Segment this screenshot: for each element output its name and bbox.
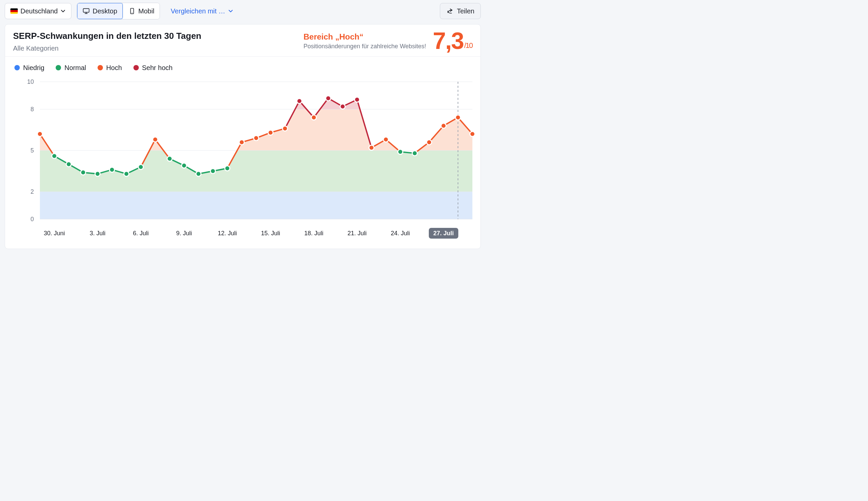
svg-text:5: 5 <box>31 147 34 154</box>
share-button[interactable]: Teilen <box>440 3 481 19</box>
panel-title: SERP-Schwankungen in den letzten 30 Tage… <box>13 31 201 42</box>
legend-item-normal[interactable]: Normal <box>56 64 86 72</box>
panel-header: SERP-Schwankungen in den letzten 30 Tage… <box>5 24 480 57</box>
device-desktop-button[interactable]: Desktop <box>77 3 123 19</box>
svg-point-67 <box>311 115 317 120</box>
svg-point-73 <box>398 149 403 154</box>
legend-item-low[interactable]: Niedrig <box>14 64 44 72</box>
svg-point-65 <box>283 126 288 131</box>
svg-point-2 <box>132 13 133 13</box>
svg-text:24. Juli: 24. Juli <box>391 230 410 237</box>
legend-item-veryhigh[interactable]: Sehr hoch <box>134 64 173 72</box>
svg-text:18. Juli: 18. Juli <box>304 230 323 237</box>
svg-point-62 <box>240 140 244 145</box>
svg-text:3. Juli: 3. Juli <box>89 230 105 237</box>
device-segment: Desktop Mobil <box>77 3 160 19</box>
desktop-icon <box>83 7 90 15</box>
range-description: Positionsänderungen für zahlreiche Websi… <box>304 43 426 50</box>
svg-text:10: 10 <box>27 78 34 85</box>
chevron-down-icon <box>228 8 233 14</box>
compare-link[interactable]: Vergleichen mit … <box>171 7 233 15</box>
svg-text:9. Juli: 9. Juli <box>176 230 192 237</box>
svg-point-61 <box>225 166 230 171</box>
svg-point-54 <box>124 171 129 176</box>
svg-point-77 <box>456 115 461 120</box>
svg-text:2: 2 <box>31 188 34 195</box>
svg-point-64 <box>268 130 273 135</box>
svg-point-57 <box>167 156 172 161</box>
svg-point-68 <box>326 96 331 100</box>
mobile-icon <box>128 7 136 15</box>
svg-text:21. Juli: 21. Juli <box>347 230 367 237</box>
svg-point-69 <box>340 104 345 109</box>
chart[interactable]: 02581030. Juni3. Juli6. Juli9. Juli12. J… <box>5 77 480 249</box>
svg-point-71 <box>369 145 374 150</box>
svg-text:12. Juli: 12. Juli <box>218 230 237 237</box>
svg-point-70 <box>355 97 360 102</box>
svg-point-74 <box>412 150 417 156</box>
svg-point-66 <box>297 98 302 104</box>
legend-dot-icon <box>56 65 61 71</box>
svg-point-49 <box>52 153 57 159</box>
device-mobile-button[interactable]: Mobil <box>123 3 160 19</box>
svg-rect-0 <box>83 9 89 12</box>
svg-point-75 <box>427 140 432 145</box>
legend-item-high[interactable]: Hoch <box>97 64 122 72</box>
svg-text:27. Juli: 27. Juli <box>433 230 454 237</box>
panel-subtitle: Alle Kategorien <box>13 45 201 52</box>
svg-point-52 <box>95 171 100 176</box>
svg-point-48 <box>38 131 43 136</box>
country-select[interactable]: Deutschland <box>5 3 71 19</box>
range-label: Bereich „Hoch“ <box>304 32 426 42</box>
svg-point-72 <box>383 137 389 142</box>
svg-point-53 <box>110 167 115 172</box>
svg-point-51 <box>81 170 86 175</box>
legend-dot-icon <box>97 65 103 71</box>
svg-text:0: 0 <box>31 216 34 223</box>
svg-text:8: 8 <box>31 106 34 113</box>
flag-germany-icon <box>10 8 18 14</box>
svg-point-59 <box>196 171 201 176</box>
svg-point-56 <box>153 137 158 142</box>
toolbar: Deutschland Desktop Mobil Vergleichen mi… <box>0 0 486 24</box>
svg-text:6. Juli: 6. Juli <box>133 230 149 237</box>
svg-point-76 <box>441 123 446 128</box>
svg-point-58 <box>182 163 187 168</box>
svg-point-63 <box>254 135 259 140</box>
legend-dot-icon <box>14 65 20 71</box>
svg-point-78 <box>470 131 475 136</box>
svg-text:30. Juni: 30. Juni <box>44 230 65 237</box>
chevron-down-icon <box>60 8 66 14</box>
country-label: Deutschland <box>20 7 58 15</box>
svg-text:15. Juli: 15. Juli <box>261 230 280 237</box>
svg-point-50 <box>66 161 71 167</box>
serp-fluctuation-panel: SERP-Schwankungen in den letzten 30 Tage… <box>5 24 481 249</box>
svg-point-60 <box>211 169 215 173</box>
legend: Niedrig Normal Hoch Sehr hoch <box>5 57 480 77</box>
legend-dot-icon <box>134 65 139 71</box>
score-value: 7,3 /10 <box>433 31 473 52</box>
svg-rect-3 <box>40 192 473 219</box>
svg-point-55 <box>138 164 144 169</box>
share-arrow-icon <box>446 7 454 15</box>
